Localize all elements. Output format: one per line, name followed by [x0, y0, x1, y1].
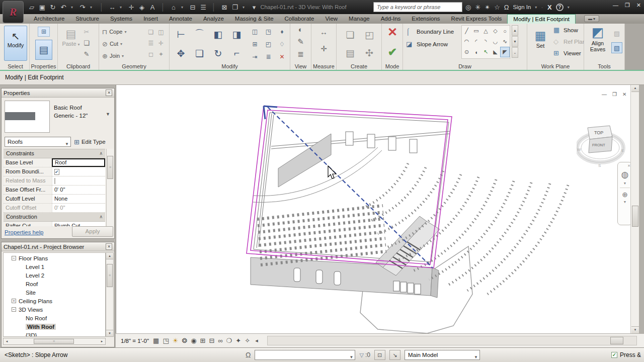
search-input[interactable]: Type a keyword or phrase	[373, 2, 462, 12]
pick-lines-icon[interactable]: ↖	[481, 47, 491, 57]
collapse-expander-icon[interactable]: −	[12, 307, 16, 312]
scrollbar-thumb[interactable]	[610, 337, 623, 344]
browser-item-level-1[interactable]: Level 1	[4, 262, 105, 271]
zoom-icon[interactable]: ⊕	[622, 191, 628, 199]
pin-icon[interactable]: ♦	[275, 25, 289, 38]
property-row-rafter-cut[interactable]: Rafter Cut...Plumb Cut...	[4, 222, 105, 226]
split-with-gap-icon[interactable]: ◰	[262, 38, 275, 50]
scroll-up-icon[interactable]: ▲	[106, 253, 113, 259]
tab-collaborate[interactable]: Collaborate	[279, 14, 320, 24]
tab-modify-edit-footprint[interactable]: Modify | Edit Footprint	[507, 14, 576, 24]
model-3d-view[interactable]	[116, 85, 630, 333]
worksets-select[interactable]: ▼	[255, 350, 355, 360]
default-3d-view-icon[interactable]: ⌂	[170, 4, 177, 11]
close-hidden-windows-icon[interactable]: ⊠	[221, 4, 228, 11]
measure-along-element-icon[interactable]: ✛	[320, 44, 327, 53]
browser-item-level-2[interactable]: Level 2	[4, 271, 105, 280]
view-scale-button[interactable]: 1/8" = 1'-0"	[121, 338, 149, 344]
cutoff-level-value[interactable]: None	[52, 195, 105, 203]
split-face-icon[interactable]: ☰	[146, 38, 156, 49]
line-tool-icon[interactable]: ╱	[462, 26, 471, 36]
collapse-arrow-icon[interactable]: ◂	[255, 337, 258, 344]
subscription-key-icon[interactable]: ✳	[475, 4, 480, 11]
assembly-icon[interactable]: ▤	[341, 44, 360, 62]
chevron-down-icon[interactable]: ▼	[623, 182, 627, 185]
construction-section-header[interactable]: Construction∧	[4, 213, 105, 222]
browser-horizontal-scrollbar[interactable]: ◂ ≡ ▸	[3, 338, 106, 345]
copy-icon[interactable]: ❏	[190, 44, 209, 63]
mirror-draw-axis-icon[interactable]: ◨	[227, 25, 246, 44]
join-button[interactable]: ⊕Join▾	[102, 51, 124, 61]
group-icon[interactable]: ◰	[360, 26, 379, 44]
align-eaves-button[interactable]: ◩ Align Eaves	[586, 25, 609, 52]
inscribed-polygon-icon[interactable]: △	[481, 26, 491, 36]
type-selector-text[interactable]: Basic Roof Generic - 12"	[54, 104, 88, 120]
measure-icon[interactable]: ↔	[109, 4, 116, 11]
start-end-radius-arc-icon[interactable]: ◠	[462, 36, 471, 47]
properties-scrollbar[interactable]: ≡	[106, 149, 114, 226]
properties-palette-button[interactable]: ▤	[35, 40, 52, 60]
trim-single-icon[interactable]: ⇥	[248, 50, 262, 63]
scroll-down-icon[interactable]: ▼	[631, 326, 639, 333]
property-row-room-bounding[interactable]: Room Boundi...✔	[4, 167, 105, 176]
browser-vertical-scrollbar[interactable]: ▲ ≡ ▼	[106, 252, 114, 337]
tab-view[interactable]: View	[319, 14, 343, 24]
sync-icon[interactable]: ↻	[49, 4, 56, 11]
gallery-down-icon[interactable]: ▼	[512, 36, 518, 47]
browser-item-with-roof[interactable]: With Roof	[4, 322, 105, 331]
fillet-arc-icon[interactable]: ◡	[491, 36, 500, 47]
dropdown-icon[interactable]: ≣	[297, 50, 304, 59]
tab-analyze[interactable]: Analyze	[198, 14, 229, 24]
crop-view-icon[interactable]: ⊞	[200, 337, 206, 344]
move-icon[interactable]: ✥	[172, 44, 190, 63]
slope-arrow-option[interactable]: ◪Slope Arrow	[406, 40, 454, 48]
center-ends-arc-icon[interactable]: ◜	[471, 36, 481, 47]
property-row-base-offset[interactable]: Base Offset Fr...0' 0"	[4, 186, 105, 195]
browser-item-floor-plans[interactable]: −Floor Plans	[4, 254, 105, 262]
legend-component-icon[interactable]: ❏	[341, 26, 360, 44]
measure-between-refs-icon[interactable]: ↔	[320, 28, 328, 36]
tab-architecture[interactable]: Architecture	[28, 14, 70, 24]
canvas-horizontal-scrollbar[interactable]	[267, 336, 637, 345]
tab-systems[interactable]: Systems	[105, 14, 138, 24]
browser-item-3d[interactable]: {3D}	[4, 331, 105, 337]
expand-expander-icon[interactable]: +	[12, 299, 16, 303]
ellipse-icon[interactable]: ⊙	[462, 47, 471, 57]
rafter-cut-value[interactable]: Plumb Cut...	[52, 222, 105, 226]
scroll-left-icon[interactable]: ◂	[4, 338, 10, 344]
split-element-icon[interactable]: ◫	[248, 25, 262, 38]
tangent-arc-icon[interactable]: ◝	[481, 36, 491, 47]
paste-button[interactable]: ▤ Paste ▾	[62, 26, 80, 62]
tab-add-ins[interactable]: Add-Ins	[375, 14, 407, 24]
collapse-expander-icon[interactable]: −	[12, 256, 16, 260]
property-row-cutoff-level[interactable]: Cutoff LevelNone	[4, 195, 105, 204]
design-option-select[interactable]: Main Model▼	[405, 350, 480, 360]
constraints-section-header[interactable]: Constraints∧	[4, 149, 105, 158]
modify-button[interactable]: ↖ Modify	[4, 26, 27, 61]
steering-wheel-icon[interactable]: ◍	[621, 169, 629, 180]
tab-manage[interactable]: Manage	[343, 14, 375, 24]
favorites-icon[interactable]: ☆	[494, 4, 500, 11]
align-icon[interactable]: ⊢	[172, 25, 190, 44]
delete-icon[interactable]: ✕	[275, 50, 289, 63]
spline-icon[interactable]: ∿	[500, 36, 510, 47]
user-icon[interactable]: Ω	[504, 4, 509, 11]
remove-paint-icon[interactable]: ✦	[156, 49, 166, 60]
sign-in-dropdown-icon[interactable]: ▾	[535, 5, 537, 10]
base-level-value[interactable]: Roof	[52, 158, 105, 167]
tab-insert[interactable]: Insert	[138, 14, 164, 24]
rectangle-tool-icon[interactable]: ▭	[471, 26, 481, 36]
close-icon[interactable]: ✕	[106, 243, 112, 250]
editable-only-button[interactable]: ⊡	[374, 350, 385, 360]
tab-annotate[interactable]: Annotate	[164, 14, 198, 24]
3d-dropdown-icon[interactable]: ▾	[179, 5, 186, 10]
trim-multiple-icon[interactable]: ≣	[262, 50, 275, 63]
demolish-icon[interactable]: ✛	[156, 38, 166, 49]
browser-item-no-roof[interactable]: No Roof	[4, 314, 105, 322]
measure-dropdown-icon[interactable]: ▾	[117, 5, 124, 10]
application-menu-button[interactable]: R	[3, 1, 24, 23]
tab-massing-site[interactable]: Massing & Site	[229, 14, 279, 24]
aligned-dimension-icon[interactable]: ✛	[128, 4, 135, 11]
scrollbar-thumb[interactable]	[632, 206, 638, 227]
chevron-down-icon[interactable]: ▼	[106, 112, 110, 117]
